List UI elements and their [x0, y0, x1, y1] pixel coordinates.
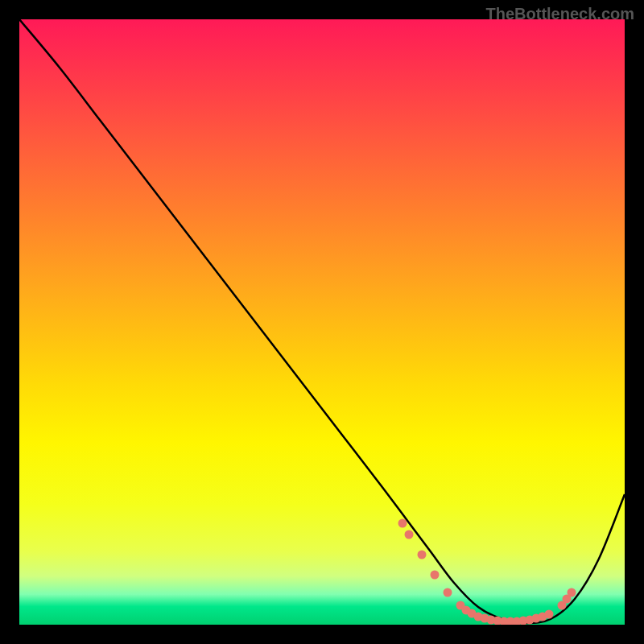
- curve-svg: [19, 19, 625, 625]
- plot-area: [19, 19, 625, 625]
- dot: [405, 530, 414, 539]
- dot: [418, 551, 427, 559]
- main-curve: [19, 19, 625, 623]
- dot: [431, 571, 440, 580]
- dot: [444, 588, 452, 597]
- highlight-dots: [398, 519, 576, 625]
- watermark-text: TheBottleneck.com: [486, 5, 634, 23]
- chart-container: TheBottleneck.com: [0, 0, 644, 644]
- dot: [568, 588, 576, 597]
- dot: [398, 519, 407, 528]
- dot: [545, 610, 554, 619]
